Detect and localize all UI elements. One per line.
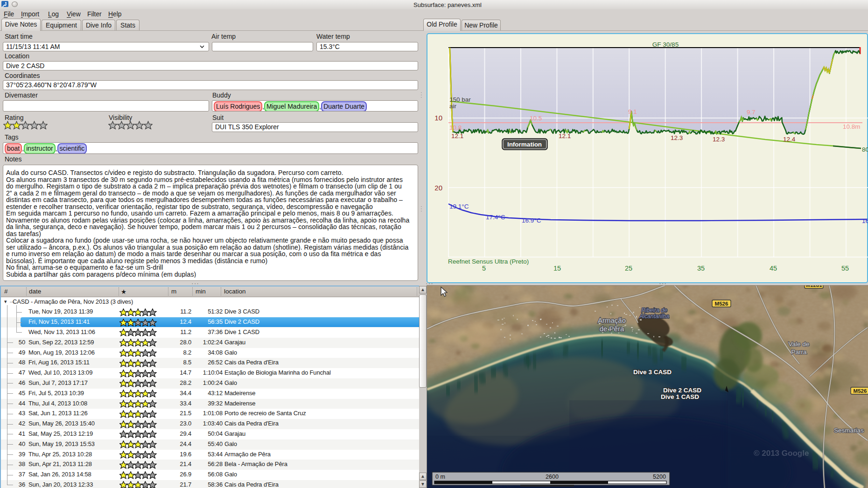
svg-text:Parra: Parra (791, 349, 807, 356)
svg-text:9.1: 9.1 (628, 108, 637, 115)
svg-text:de Pêra: de Pêra (600, 325, 624, 333)
svg-text:© 2013 Google: © 2013 Google (754, 449, 809, 458)
svg-text:Vale de: Vale de (789, 341, 810, 348)
svg-text:35: 35 (697, 265, 705, 272)
svg-text:10.5: 10.5 (530, 115, 542, 122)
svg-text:10.8: 10.8 (449, 124, 462, 131)
svg-text:12.1: 12.1 (451, 132, 463, 139)
svg-text:Reefnet Sensus Ultra (Preto): Reefnet Sensus Ultra (Preto) (448, 258, 529, 265)
svg-text:2600: 2600 (546, 474, 559, 480)
svg-text:150 bar: 150 bar (449, 96, 471, 103)
svg-text:Sesmarias: Sesmarias (834, 427, 864, 434)
svg-text:17.4°C: 17.4°C (486, 214, 505, 221)
svg-text:16.9°C: 16.9°C (522, 217, 541, 224)
svg-text:air: air (449, 103, 457, 110)
svg-text:5: 5 (482, 265, 486, 272)
svg-text:20: 20 (434, 184, 442, 192)
svg-text:M1281: M1281 (805, 286, 822, 288)
svg-text:Dive 1 CASD: Dive 1 CASD (661, 393, 699, 400)
svg-text:12.3: 12.3 (713, 136, 725, 143)
svg-text:16: 16 (862, 217, 868, 224)
svg-text:15: 15 (553, 265, 561, 272)
svg-text:80: 80 (862, 146, 868, 153)
svg-text:25: 25 (625, 265, 632, 272)
svg-text:12.3: 12.3 (671, 134, 683, 141)
svg-text:45: 45 (770, 265, 777, 272)
svg-text:9.7: 9.7 (747, 109, 756, 116)
svg-text:10: 10 (434, 114, 442, 122)
svg-text:12.4: 12.4 (783, 136, 796, 143)
svg-text:Ribeira de: Ribeira de (641, 307, 667, 314)
svg-text:12.1: 12.1 (559, 132, 571, 139)
svg-text:Dive 3 CASD: Dive 3 CASD (633, 369, 672, 376)
svg-text:Alcantarilha: Alcantarilha (639, 313, 669, 320)
svg-text:5200: 5200 (653, 474, 666, 480)
svg-text:10.8m: 10.8m (843, 123, 861, 130)
svg-text:Armação: Armação (598, 316, 626, 324)
svg-text:M526: M526 (854, 388, 867, 394)
svg-text:GF 30/85: GF 30/85 (652, 41, 679, 48)
svg-text:55: 55 (841, 265, 849, 272)
svg-text:19.1°C: 19.1°C (449, 203, 469, 210)
svg-text:Information: Information (507, 141, 542, 148)
svg-text:M526: M526 (715, 301, 728, 307)
svg-text:Dive 2 CASD: Dive 2 CASD (663, 387, 701, 394)
svg-text:0 m: 0 m (435, 474, 445, 480)
